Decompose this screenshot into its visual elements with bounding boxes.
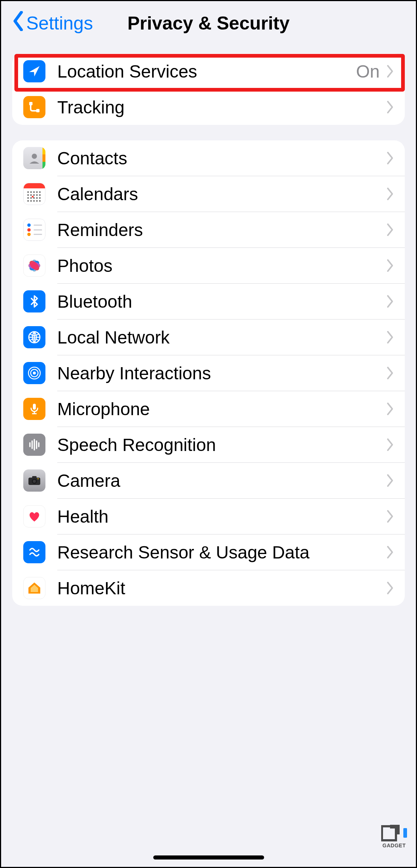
row-calendars[interactable]: Calendars (12, 176, 405, 212)
svg-point-2 (32, 154, 37, 159)
row-label: HomeKit (57, 578, 386, 598)
chevron-right-icon (386, 101, 394, 113)
nearby-icon (23, 362, 45, 384)
tracking-icon (23, 96, 45, 118)
globe-icon (23, 326, 45, 348)
chevron-right-icon (386, 403, 394, 415)
row-homekit[interactable]: HomeKit (12, 570, 405, 606)
back-label: Settings (26, 13, 93, 34)
watermark-logo-icon (381, 824, 401, 842)
row-label: Reminders (57, 220, 386, 240)
location-arrow-icon (23, 60, 45, 82)
row-bluetooth[interactable]: Bluetooth (12, 284, 405, 319)
chevron-right-icon (386, 188, 394, 200)
row-microphone[interactable]: Microphone (12, 391, 405, 427)
row-camera[interactable]: Camera (12, 463, 405, 498)
contacts-icon (23, 147, 45, 169)
settings-group-location: Location Services On Tracking (12, 54, 405, 125)
row-contacts[interactable]: Contacts (12, 140, 405, 176)
row-label: Location Services (57, 61, 356, 82)
chevron-right-icon (386, 223, 394, 236)
back-button[interactable]: Settings (12, 11, 93, 35)
row-label: Photos (57, 256, 386, 276)
svg-point-25 (38, 478, 39, 479)
row-label: Contacts (57, 148, 386, 168)
chevron-right-icon (386, 331, 394, 344)
row-speech-recognition[interactable]: Speech Recognition (12, 427, 405, 462)
chevron-right-icon (386, 367, 394, 379)
row-label: Calendars (57, 184, 386, 204)
row-label: Microphone (57, 399, 386, 419)
row-local-network[interactable]: Local Network (12, 319, 405, 355)
chevron-right-icon (386, 510, 394, 523)
chevron-left-icon (12, 11, 25, 35)
waveform-icon (23, 434, 45, 456)
row-photos[interactable]: Photos (12, 248, 405, 283)
chevron-right-icon (386, 295, 394, 308)
svg-point-24 (33, 480, 36, 483)
screen: Settings Privacy & Security Location Ser… (0, 0, 417, 868)
microphone-icon (23, 398, 45, 420)
chevron-right-icon (386, 474, 394, 487)
chevron-right-icon (386, 152, 394, 164)
svg-rect-22 (32, 476, 37, 478)
chevron-right-icon (386, 65, 394, 78)
row-label: Speech Recognition (57, 435, 386, 455)
chevron-right-icon (386, 546, 394, 558)
reminders-icon (23, 219, 45, 241)
heart-icon (23, 505, 45, 527)
photos-icon (23, 254, 45, 277)
row-nearby-interactions[interactable]: Nearby Interactions (12, 355, 405, 391)
row-label: Tracking (57, 97, 386, 117)
chevron-right-icon (386, 582, 394, 594)
row-label: Health (57, 506, 386, 527)
watermark: GADGET (381, 824, 407, 848)
calendar-icon (23, 183, 45, 205)
chevron-right-icon (386, 438, 394, 451)
chevron-right-icon (386, 259, 394, 272)
row-research[interactable]: Research Sensor & Usage Data (12, 534, 405, 570)
row-reminders[interactable]: Reminders (12, 212, 405, 247)
bluetooth-icon (23, 290, 45, 312)
camera-icon (23, 469, 45, 492)
row-health[interactable]: Health (12, 499, 405, 534)
home-indicator (153, 855, 264, 860)
research-icon (23, 541, 45, 563)
svg-rect-15 (33, 404, 36, 410)
svg-point-12 (33, 372, 36, 375)
row-label: Local Network (57, 327, 386, 348)
row-label: Research Sensor & Usage Data (57, 542, 386, 563)
row-tracking[interactable]: Tracking (12, 89, 405, 125)
watermark-text: GADGET (383, 843, 406, 848)
row-value: On (356, 61, 380, 82)
row-label: Nearby Interactions (57, 363, 386, 383)
navbar: Settings Privacy & Security (1, 1, 416, 45)
row-label: Bluetooth (57, 291, 386, 312)
row-location-services[interactable]: Location Services On (12, 54, 405, 89)
row-label: Camera (57, 471, 386, 491)
home-icon (23, 577, 45, 599)
settings-group-apps: Contacts Calendars Reminders (12, 140, 405, 606)
